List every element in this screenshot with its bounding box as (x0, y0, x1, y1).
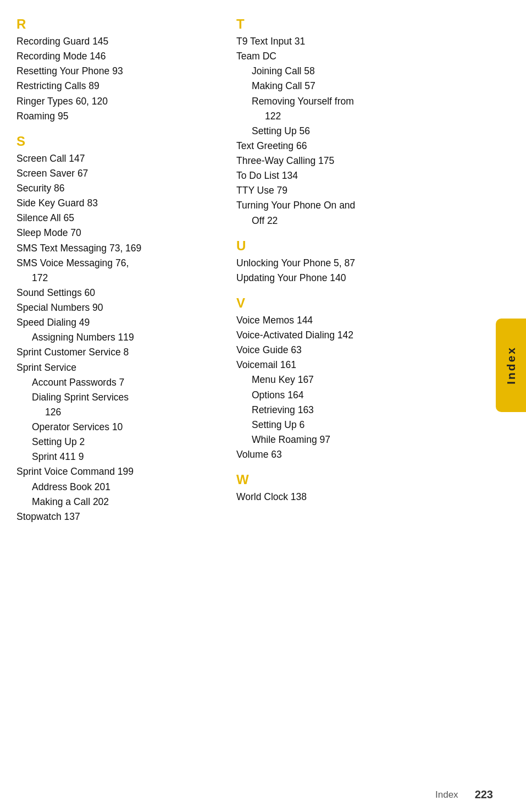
index-entry: Turning Your Phone On and (236, 198, 515, 213)
section-entries-U: Unlocking Your Phone 5, 87Updating Your … (236, 256, 515, 286)
page-footer: Index 223 (435, 788, 493, 801)
index-entry: Sleep Mode 70 (16, 226, 214, 240)
right-column: TT9 Text Input 31Team DCJoining Call 58M… (225, 17, 515, 531)
section-letter-W: W (236, 472, 515, 487)
index-entry: TTY Use 79 (236, 183, 515, 198)
index-entry: Screen Saver 67 (16, 166, 214, 181)
tab-label: Index (505, 346, 518, 385)
index-entry: Operator Services 10 (16, 420, 214, 435)
index-entry: Sprint Service (16, 360, 214, 375)
index-entry: Speed Dialing 49 (16, 315, 214, 330)
index-entry: While Roaming 97 (236, 432, 515, 447)
index-entry: Roaming 95 (16, 109, 214, 124)
index-entry: Sprint 411 9 (16, 449, 214, 464)
index-entry: Setting Up 6 (236, 418, 515, 432)
footer-page: 223 (475, 788, 493, 801)
index-entry: Recording Guard 145 (16, 34, 214, 49)
index-entry: 172 (16, 271, 214, 286)
index-entry: Stopwatch 137 (16, 509, 214, 524)
index-entry: Making a Call 202 (16, 495, 214, 509)
index-entry: SMS Text Messaging 73, 169 (16, 241, 214, 256)
index-entry: Recording Mode 146 (16, 49, 214, 64)
section-entries-R: Recording Guard 145Recording Mode 146Res… (16, 34, 214, 124)
index-entry: Updating Your Phone 140 (236, 271, 515, 286)
index-entry: Sound Settings 60 (16, 286, 214, 300)
index-entry: SMS Voice Messaging 76, (16, 256, 214, 271)
tab-box: Index (496, 319, 526, 412)
section-entries-W: World Clock 138 (236, 490, 515, 504)
index-entry: Setting Up 56 (236, 124, 515, 139)
index-entry: Options 164 (236, 388, 515, 403)
index-entry: Dialing Sprint Services (16, 390, 214, 405)
section-letter-T: T (236, 17, 515, 32)
left-column: RRecording Guard 145Recording Mode 146Re… (16, 17, 225, 531)
section-entries-T: T9 Text Input 31Team DCJoining Call 58Ma… (236, 34, 515, 228)
section-letter-S: S (16, 134, 214, 149)
index-entry: Three-Way Calling 175 (236, 153, 515, 168)
index-entry: Text Greeting 66 (236, 139, 515, 153)
section-letter-R: R (16, 17, 214, 32)
index-entry: Setting Up 2 (16, 435, 214, 449)
index-entry: Making Call 57 (236, 79, 515, 94)
index-entry: Sprint Voice Command 199 (16, 464, 214, 479)
index-entry: Security 86 (16, 181, 214, 196)
index-entry: Account Passwords 7 (16, 375, 214, 390)
section-entries-S: Screen Call 147Screen Saver 67Security 8… (16, 151, 214, 524)
page-container: RRecording Guard 145Recording Mode 146Re… (0, 0, 526, 564)
index-entry: Sprint Customer Service 8 (16, 345, 214, 360)
index-entry: Screen Call 147 (16, 151, 214, 166)
index-entry: Ringer Types 60, 120 (16, 94, 214, 109)
index-entry: Menu Key 167 (236, 372, 515, 387)
index-entry: Joining Call 58 (236, 64, 515, 79)
index-entry: Special Numbers 90 (16, 300, 214, 315)
index-entry: Restricting Calls 89 (16, 79, 214, 94)
index-entry: Address Book 201 (16, 480, 214, 495)
index-entry: Voicemail 161 (236, 358, 515, 372)
index-entry: Assigning Numbers 119 (16, 330, 214, 345)
section-letter-U: U (236, 238, 515, 254)
index-entry: 122 (236, 109, 515, 124)
footer-label: Index (435, 789, 458, 800)
index-entry: Unlocking Your Phone 5, 87 (236, 256, 515, 271)
index-entry: Retrieving 163 (236, 403, 515, 418)
index-entry: Off 22 (236, 213, 515, 228)
index-entry: Volume 63 (236, 447, 515, 462)
section-letter-V: V (236, 295, 515, 311)
index-entry: Voice Guide 63 (236, 343, 515, 358)
tab-container: Index (496, 319, 526, 412)
index-entry: Resetting Your Phone 93 (16, 64, 214, 79)
index-entry: Side Key Guard 83 (16, 196, 214, 211)
index-entry: To Do List 134 (236, 168, 515, 183)
index-entry: Silence All 65 (16, 211, 214, 226)
section-entries-V: Voice Memos 144Voice-Activated Dialing 1… (236, 313, 515, 462)
index-entry: Team DC (236, 49, 515, 64)
index-entry: Voice Memos 144 (236, 313, 515, 328)
index-entry: World Clock 138 (236, 490, 515, 504)
index-entry: Voice-Activated Dialing 142 (236, 328, 515, 343)
index-entry: T9 Text Input 31 (236, 34, 515, 49)
index-entry: 126 (16, 405, 214, 420)
index-entry: Removing Yourself from (236, 94, 515, 109)
